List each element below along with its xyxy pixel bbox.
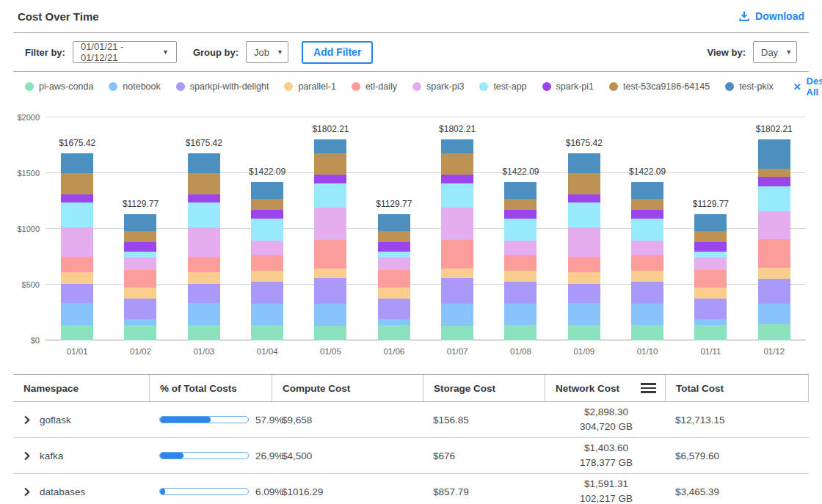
bar-column-01-12[interactable]: $1802.2101/12: [743, 117, 806, 340]
bar-segment-spark-pi3[interactable]: [251, 241, 283, 255]
namespace-cell[interactable]: goflask: [13, 402, 149, 437]
bar-segment-pi-aws-conda[interactable]: [251, 325, 283, 340]
bar-segment-test-app[interactable]: [314, 183, 346, 208]
bar-segment-etl-daily[interactable]: [758, 239, 790, 268]
bar-segment-pi-aws-conda[interactable]: [441, 326, 473, 340]
bar-segment-test-pkix[interactable]: [441, 139, 473, 153]
bar-segment-test-53ca9186-64145[interactable]: [694, 231, 727, 242]
bar-segment-test-pkix[interactable]: [124, 214, 156, 231]
bar-segment-notebook[interactable]: [61, 303, 93, 325]
bar-segment-parallel-1[interactable]: [631, 271, 663, 282]
bar-segment-spark-pi1[interactable]: [378, 242, 410, 252]
bar-segment-test-53ca9186-64145[interactable]: [441, 153, 473, 175]
bar-segment-test-pkix[interactable]: [188, 153, 220, 173]
bar-segment-sparkpi-with-delight[interactable]: [504, 282, 537, 304]
bar-segment-sparkpi-with-delight[interactable]: [568, 284, 600, 303]
stacked-bar[interactable]: [188, 153, 220, 340]
bar-segment-notebook[interactable]: [314, 304, 346, 326]
bar-segment-test-53ca9186-64145[interactable]: [631, 199, 663, 210]
bar-column-01-08[interactable]: $1422.0901/08: [489, 117, 552, 340]
stacked-bar[interactable]: [314, 139, 346, 340]
bar-segment-pi-aws-conda[interactable]: [694, 325, 727, 340]
legend-item-test-53ca9186-64145[interactable]: test-53ca9186-64145: [609, 81, 710, 92]
bar-segment-test-53ca9186-64145[interactable]: [758, 169, 790, 177]
group-by-select[interactable]: Job ▼: [246, 41, 288, 63]
bar-segment-spark-pi1[interactable]: [188, 194, 220, 202]
bar-segment-test-53ca9186-64145[interactable]: [251, 199, 283, 210]
stacked-bar[interactable]: [694, 214, 727, 340]
bar-column-01-07[interactable]: $1802.2101/07: [426, 117, 489, 340]
bar-segment-test-pkix[interactable]: [631, 182, 663, 199]
bar-segment-pi-aws-conda[interactable]: [124, 325, 156, 340]
bar-segment-parallel-1[interactable]: [251, 271, 283, 282]
stacked-bar[interactable]: [568, 153, 600, 340]
legend-item-notebook[interactable]: notebook: [109, 81, 160, 92]
bar-segment-parallel-1[interactable]: [568, 272, 600, 284]
bar-segment-test-pkix[interactable]: [251, 182, 283, 199]
bar-segment-test-pkix[interactable]: [504, 182, 537, 199]
bar-segment-notebook[interactable]: [504, 304, 537, 326]
bar-segment-spark-pi1[interactable]: [568, 194, 600, 202]
bar-segment-sparkpi-with-delight[interactable]: [314, 278, 346, 304]
legend-item-etl-daily[interactable]: etl-daily: [352, 81, 397, 92]
bar-segment-etl-daily[interactable]: [188, 257, 220, 272]
bar-segment-test-pkix[interactable]: [378, 214, 410, 231]
bar-segment-spark-pi1[interactable]: [504, 210, 537, 219]
bar-segment-pi-aws-conda[interactable]: [378, 325, 410, 340]
bar-segment-sparkpi-with-delight[interactable]: [61, 284, 93, 303]
bar-segment-sparkpi-with-delight[interactable]: [441, 278, 473, 304]
bar-segment-test-app[interactable]: [378, 252, 410, 258]
chevron-right-icon[interactable]: [23, 451, 31, 461]
add-filter-button[interactable]: Add Filter: [302, 41, 373, 64]
bar-segment-notebook[interactable]: [251, 304, 283, 326]
bar-column-01-03[interactable]: $1675.4201/03: [172, 117, 236, 340]
bar-segment-etl-daily[interactable]: [568, 257, 600, 272]
bar-segment-pi-aws-conda[interactable]: [631, 325, 663, 340]
bar-segment-spark-pi3[interactable]: [758, 211, 790, 239]
bar-segment-test-app[interactable]: [124, 252, 156, 258]
bar-segment-test-app[interactable]: [188, 202, 220, 227]
bar-segment-notebook[interactable]: [758, 304, 790, 324]
stacked-bar[interactable]: [758, 139, 790, 340]
legend-item-sparkpi-with-delight[interactable]: sparkpi-with-delight: [176, 81, 269, 92]
bar-segment-notebook[interactable]: [378, 319, 410, 325]
bar-segment-etl-daily[interactable]: [61, 257, 93, 272]
bar-segment-sparkpi-with-delight[interactable]: [188, 284, 220, 303]
stacked-bar[interactable]: [251, 182, 283, 340]
bar-segment-parallel-1[interactable]: [314, 269, 346, 278]
bar-segment-test-53ca9186-64145[interactable]: [188, 173, 220, 194]
bar-segment-parallel-1[interactable]: [694, 288, 727, 299]
bar-column-01-09[interactable]: $1675.4201/09: [553, 117, 616, 340]
bar-segment-test-53ca9186-64145[interactable]: [568, 173, 600, 194]
legend-item-spark-pi1[interactable]: spark-pi1: [542, 81, 594, 92]
bar-segment-etl-daily[interactable]: [631, 255, 663, 271]
stacked-bar[interactable]: [631, 182, 663, 340]
stacked-bar[interactable]: [441, 139, 473, 340]
bar-segment-parallel-1[interactable]: [758, 268, 790, 278]
namespace-cell[interactable]: databases: [13, 474, 149, 504]
date-range-select[interactable]: 01/01/21 - 01/12/21 ▼: [73, 41, 177, 63]
bar-segment-spark-pi3[interactable]: [504, 241, 537, 255]
bar-segment-test-53ca9186-64145[interactable]: [504, 199, 537, 210]
stacked-bar[interactable]: [504, 182, 537, 340]
bar-segment-pi-aws-conda[interactable]: [314, 326, 346, 340]
bar-segment-notebook[interactable]: [124, 319, 156, 325]
bar-segment-parallel-1[interactable]: [504, 271, 537, 282]
bar-segment-spark-pi1[interactable]: [314, 175, 346, 183]
legend-item-test-app[interactable]: test-app: [479, 81, 526, 92]
bar-segment-spark-pi3[interactable]: [61, 227, 93, 257]
bar-segment-notebook[interactable]: [694, 319, 727, 325]
bar-column-01-02[interactable]: $1129.7701/02: [109, 117, 172, 340]
bar-segment-test-53ca9186-64145[interactable]: [124, 231, 156, 242]
bar-segment-spark-pi3[interactable]: [441, 208, 473, 240]
bar-segment-test-app[interactable]: [758, 186, 790, 211]
bar-segment-test-53ca9186-64145[interactable]: [61, 173, 93, 194]
bar-segment-test-pkix[interactable]: [568, 153, 600, 173]
bar-segment-spark-pi1[interactable]: [251, 210, 283, 219]
bar-segment-spark-pi1[interactable]: [441, 175, 473, 183]
chevron-right-icon[interactable]: [23, 487, 31, 497]
bar-segment-test-app[interactable]: [441, 183, 473, 208]
bar-segment-etl-daily[interactable]: [504, 255, 537, 271]
bar-segment-test-pkix[interactable]: [314, 139, 346, 153]
bar-segment-notebook[interactable]: [188, 303, 220, 325]
